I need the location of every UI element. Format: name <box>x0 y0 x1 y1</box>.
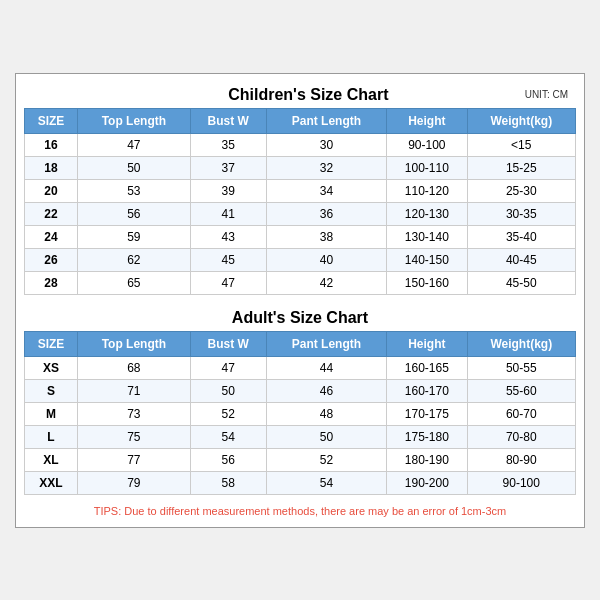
children-cell: 28 <box>25 271 78 294</box>
adult-table: SIZE Top Length Bust W Pant Length Heigh… <box>24 331 576 495</box>
children-cell: 45-50 <box>467 271 575 294</box>
children-cell: 20 <box>25 179 78 202</box>
col-header-weight: Weight(kg) <box>467 108 575 133</box>
adult-cell: XL <box>25 448 78 471</box>
adult-cell: 160-165 <box>387 356 467 379</box>
children-title: Children's Size Chart <box>92 86 525 104</box>
children-cell: 38 <box>266 225 386 248</box>
adult-cell: 68 <box>78 356 191 379</box>
adult-cell: 190-200 <box>387 471 467 494</box>
children-cell: 18 <box>25 156 78 179</box>
children-cell: 35-40 <box>467 225 575 248</box>
adult-title-row: Adult's Size Chart <box>24 305 576 331</box>
adult-cell: 75 <box>78 425 191 448</box>
adult-cell: 52 <box>190 402 266 425</box>
children-cell: 15-25 <box>467 156 575 179</box>
adult-col-header-height: Height <box>387 331 467 356</box>
col-header-top-length: Top Length <box>78 108 191 133</box>
children-header-row: SIZE Top Length Bust W Pant Length Heigh… <box>25 108 576 133</box>
tips-text: TIPS: Due to different measurement metho… <box>24 503 576 519</box>
adult-cell: 48 <box>266 402 386 425</box>
adult-cell: 70-80 <box>467 425 575 448</box>
adult-cell: 170-175 <box>387 402 467 425</box>
adult-cell: 79 <box>78 471 191 494</box>
adult-header-row: SIZE Top Length Bust W Pant Length Heigh… <box>25 331 576 356</box>
adult-col-header-bust-w: Bust W <box>190 331 266 356</box>
col-header-height: Height <box>387 108 467 133</box>
adult-table-row: L755450175-18070-80 <box>25 425 576 448</box>
children-cell: 39 <box>190 179 266 202</box>
children-cell: 47 <box>78 133 191 156</box>
children-cell: 16 <box>25 133 78 156</box>
adult-cell: 44 <box>266 356 386 379</box>
children-table-row: 28654742150-16045-50 <box>25 271 576 294</box>
children-cell: 59 <box>78 225 191 248</box>
children-cell: 62 <box>78 248 191 271</box>
adult-cell: 73 <box>78 402 191 425</box>
children-cell: 150-160 <box>387 271 467 294</box>
adult-cell: 58 <box>190 471 266 494</box>
children-cell: 50 <box>78 156 191 179</box>
adult-cell: 55-60 <box>467 379 575 402</box>
children-cell: <15 <box>467 133 575 156</box>
adult-cell: 56 <box>190 448 266 471</box>
adult-cell: S <box>25 379 78 402</box>
adult-cell: XXL <box>25 471 78 494</box>
children-table-row: 20533934110-12025-30 <box>25 179 576 202</box>
adult-cell: M <box>25 402 78 425</box>
children-cell: 32 <box>266 156 386 179</box>
children-cell: 40-45 <box>467 248 575 271</box>
adult-cell: 160-170 <box>387 379 467 402</box>
children-cell: 53 <box>78 179 191 202</box>
children-cell: 56 <box>78 202 191 225</box>
adult-col-header-top-length: Top Length <box>78 331 191 356</box>
children-cell: 47 <box>190 271 266 294</box>
children-cell: 120-130 <box>387 202 467 225</box>
adult-cell: XS <box>25 356 78 379</box>
children-title-row: Children's Size Chart UNIT: CM <box>24 82 576 108</box>
unit-label: UNIT: CM <box>525 89 568 100</box>
adult-cell: 175-180 <box>387 425 467 448</box>
adult-table-row: M735248170-17560-70 <box>25 402 576 425</box>
chart-container: Children's Size Chart UNIT: CM SIZE Top … <box>15 73 585 528</box>
children-cell: 43 <box>190 225 266 248</box>
col-header-pant-length: Pant Length <box>266 108 386 133</box>
adult-cell: 60-70 <box>467 402 575 425</box>
children-cell: 25-30 <box>467 179 575 202</box>
adult-cell: 52 <box>266 448 386 471</box>
adult-table-row: XL775652180-19080-90 <box>25 448 576 471</box>
adult-title: Adult's Size Chart <box>32 309 568 327</box>
children-table-row: 1647353090-100<15 <box>25 133 576 156</box>
adult-cell: 47 <box>190 356 266 379</box>
adult-cell: 90-100 <box>467 471 575 494</box>
children-table-row: 26624540140-15040-45 <box>25 248 576 271</box>
children-cell: 42 <box>266 271 386 294</box>
children-cell: 35 <box>190 133 266 156</box>
children-cell: 30 <box>266 133 386 156</box>
children-table: SIZE Top Length Bust W Pant Length Heigh… <box>24 108 576 295</box>
adult-col-header-pant-length: Pant Length <box>266 331 386 356</box>
adult-cell: 180-190 <box>387 448 467 471</box>
adult-cell: 54 <box>266 471 386 494</box>
adult-col-header-size: SIZE <box>25 331 78 356</box>
adult-cell: 54 <box>190 425 266 448</box>
children-cell: 26 <box>25 248 78 271</box>
adult-cell: 50-55 <box>467 356 575 379</box>
children-table-row: 24594338130-14035-40 <box>25 225 576 248</box>
children-cell: 65 <box>78 271 191 294</box>
children-cell: 100-110 <box>387 156 467 179</box>
col-header-size: SIZE <box>25 108 78 133</box>
adult-cell: L <box>25 425 78 448</box>
adult-cell: 46 <box>266 379 386 402</box>
children-cell: 41 <box>190 202 266 225</box>
children-cell: 34 <box>266 179 386 202</box>
children-cell: 24 <box>25 225 78 248</box>
children-cell: 22 <box>25 202 78 225</box>
col-header-bust-w: Bust W <box>190 108 266 133</box>
children-cell: 110-120 <box>387 179 467 202</box>
children-cell: 30-35 <box>467 202 575 225</box>
adult-col-header-weight: Weight(kg) <box>467 331 575 356</box>
adult-cell: 50 <box>266 425 386 448</box>
children-cell: 130-140 <box>387 225 467 248</box>
children-table-row: 18503732100-11015-25 <box>25 156 576 179</box>
